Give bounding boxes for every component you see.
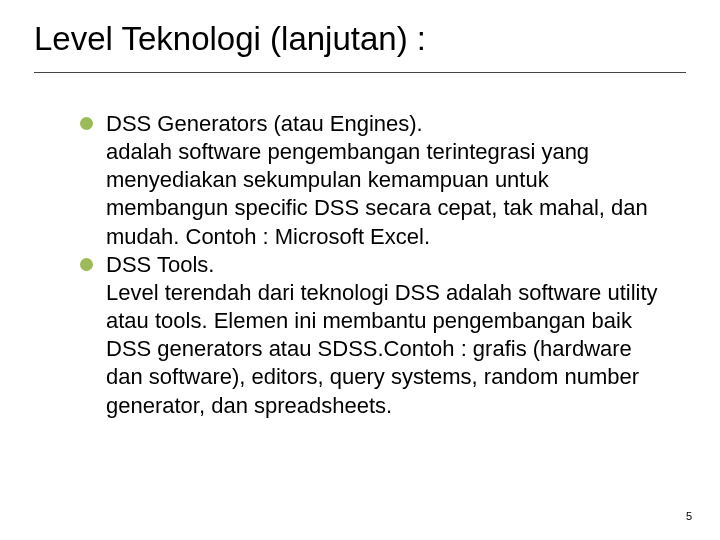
bullet-dot-icon	[80, 117, 93, 130]
list-item: DSS Generators (atau Engines). adalah so…	[80, 110, 660, 251]
slide-body: DSS Generators (atau Engines). adalah so…	[80, 110, 660, 420]
bullet-description: adalah software pengembangan terintegras…	[106, 138, 660, 251]
bullet-description: Level terendah dari teknologi DSS adalah…	[106, 279, 660, 420]
page-number: 5	[686, 510, 692, 522]
slide-title: Level Teknologi (lanjutan) :	[34, 20, 686, 58]
slide: { "title": "Level Teknologi (lanjutan) :…	[0, 0, 720, 540]
list-item: DSS Tools. Level terendah dari teknologi…	[80, 251, 660, 420]
bullet-dot-icon	[80, 258, 93, 271]
bullet-list: DSS Generators (atau Engines). adalah so…	[80, 110, 660, 420]
bullet-heading: DSS Generators (atau Engines).	[106, 110, 660, 138]
bullet-heading: DSS Tools.	[106, 251, 660, 279]
title-underline	[34, 72, 686, 73]
